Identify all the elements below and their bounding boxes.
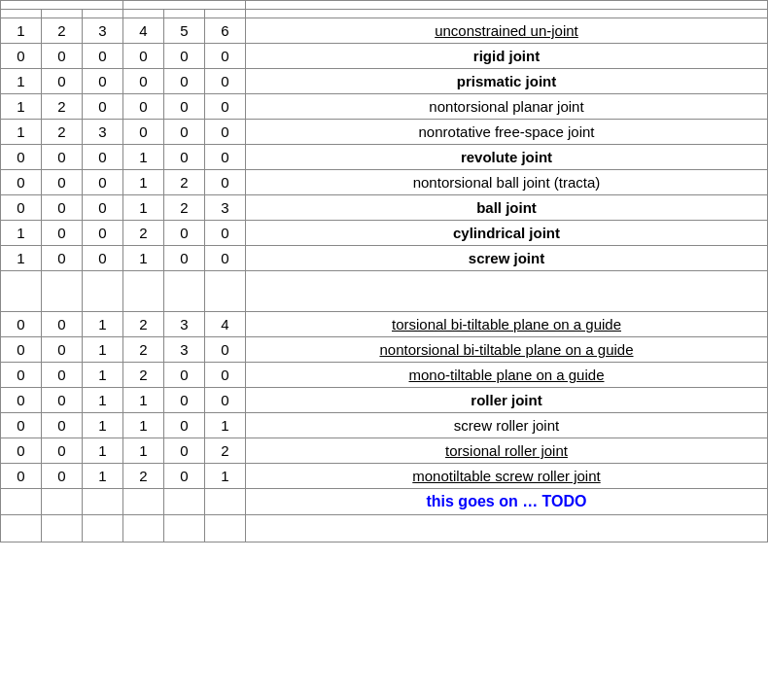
tx-cell: 0 xyxy=(1,464,42,489)
rotatory-header xyxy=(123,1,246,10)
table-row: 123456unconstrained un-joint xyxy=(1,18,768,44)
rx-cell: 1 xyxy=(123,388,164,413)
ry-cell: 0 xyxy=(164,438,205,464)
table-row: 001234torsional bi-tiltable plane on a g… xyxy=(1,312,768,337)
tz-cell: 1 xyxy=(83,464,123,489)
tz-cell: 0 xyxy=(83,145,123,170)
ty-cell: 0 xyxy=(42,170,83,195)
ty-cell: 2 xyxy=(42,120,83,145)
table-row: 123000nonrotative free-space joint xyxy=(1,120,768,145)
translatory-header xyxy=(1,1,123,10)
tz-cell: 0 xyxy=(83,246,123,271)
ry-cell: 0 xyxy=(164,388,205,413)
rx-cell: 1 xyxy=(123,246,164,271)
rx-cell: 4 xyxy=(123,18,164,44)
ry-cell: 5 xyxy=(164,18,205,44)
tx-cell: 0 xyxy=(1,170,42,195)
spacer-row-bottom xyxy=(1,515,768,529)
ty-cell: 0 xyxy=(42,145,83,170)
ry-cell: 0 xyxy=(164,221,205,246)
tz-cell: 1 xyxy=(83,438,123,464)
rx-cell: 2 xyxy=(123,363,164,388)
table-body: 123456unconstrained un-joint000000rigid … xyxy=(1,18,768,542)
spacer-row xyxy=(1,298,768,312)
rx-cell: 0 xyxy=(123,94,164,120)
rz-cell: 0 xyxy=(205,120,246,145)
header-row xyxy=(1,1,768,10)
ty-header xyxy=(42,10,83,18)
tz-cell: 1 xyxy=(83,388,123,413)
rz-cell: 4 xyxy=(205,312,246,337)
rz-header xyxy=(205,10,246,18)
tx-cell: 1 xyxy=(1,246,42,271)
joints-table: 123456unconstrained un-joint000000rigid … xyxy=(0,0,768,542)
ty-cell: 0 xyxy=(42,337,83,363)
tz-cell: 0 xyxy=(83,94,123,120)
rx-cell: 0 xyxy=(123,120,164,145)
tx-cell: 0 xyxy=(1,44,42,69)
ry-cell: 0 xyxy=(164,145,205,170)
tx-cell: 0 xyxy=(1,337,42,363)
rx-cell: 0 xyxy=(123,44,164,69)
ry-header xyxy=(164,10,205,18)
todo-row: this goes on … TODO xyxy=(1,489,768,515)
rx-cell: 1 xyxy=(123,195,164,221)
joint-name-cell: screw roller joint xyxy=(246,413,768,438)
main-container: 123456unconstrained un-joint000000rigid … xyxy=(0,0,768,700)
table-row: 120000nontorsional planar joint xyxy=(1,94,768,120)
todo-cell: this goes on … TODO xyxy=(246,489,768,515)
ty-cell: 0 xyxy=(42,221,83,246)
ry-cell: 0 xyxy=(164,94,205,120)
tx-cell: 0 xyxy=(1,195,42,221)
ty-cell: 0 xyxy=(42,413,83,438)
table-row: 100100screw joint xyxy=(1,246,768,271)
tx-cell: 0 xyxy=(1,363,42,388)
rx-cell: 2 xyxy=(123,221,164,246)
table-row: 000123ball joint xyxy=(1,195,768,221)
rz-cell: 0 xyxy=(205,94,246,120)
ry-cell: 2 xyxy=(164,170,205,195)
tz-cell: 0 xyxy=(83,195,123,221)
ty-cell: 0 xyxy=(42,44,83,69)
rx-cell: 2 xyxy=(123,312,164,337)
joint-name-cell: cylindrical joint xyxy=(246,221,768,246)
joint-name-cell: screw joint xyxy=(246,246,768,271)
rz-cell: 0 xyxy=(205,246,246,271)
rz-cell: 6 xyxy=(205,18,246,44)
spacer-row xyxy=(1,285,768,298)
ry-cell: 0 xyxy=(164,413,205,438)
ry-cell: 0 xyxy=(164,44,205,69)
ry-cell: 0 xyxy=(164,464,205,489)
table-row: 001100roller joint xyxy=(1,388,768,413)
joint-name-cell: unconstrained un-joint xyxy=(246,18,768,44)
tz-cell: 3 xyxy=(83,120,123,145)
ty-cell: 0 xyxy=(42,69,83,94)
joint-name-cell: nonrotative free-space joint xyxy=(246,120,768,145)
joint-name-cell: torsional bi-tiltable plane on a guide xyxy=(246,312,768,337)
tx-cell: 1 xyxy=(1,94,42,120)
joint-name-cell: mono-tiltable plane on a guide xyxy=(246,363,768,388)
joint-name-cell: rigid joint xyxy=(246,44,768,69)
rz-cell: 1 xyxy=(205,464,246,489)
rz-cell: 0 xyxy=(205,388,246,413)
tx-cell: 1 xyxy=(1,69,42,94)
joint-name-col-header xyxy=(246,10,768,18)
tz-cell: 1 xyxy=(83,413,123,438)
rx-cell: 1 xyxy=(123,170,164,195)
rx-cell: 2 xyxy=(123,337,164,363)
joint-name-cell: torsional roller joint xyxy=(246,438,768,464)
rx-cell: 1 xyxy=(123,413,164,438)
joint-name-cell: roller joint xyxy=(246,388,768,413)
ty-cell: 2 xyxy=(42,94,83,120)
ty-cell: 0 xyxy=(42,464,83,489)
rx-header xyxy=(123,10,164,18)
tx-cell: 1 xyxy=(1,221,42,246)
table-row: 001101screw roller joint xyxy=(1,413,768,438)
rz-cell: 0 xyxy=(205,337,246,363)
rz-cell: 0 xyxy=(205,363,246,388)
ty-cell: 0 xyxy=(42,388,83,413)
rx-cell: 2 xyxy=(123,464,164,489)
ry-cell: 3 xyxy=(164,337,205,363)
table-row: 000120nontorsional ball joint (tracta) xyxy=(1,170,768,195)
ty-cell: 0 xyxy=(42,195,83,221)
